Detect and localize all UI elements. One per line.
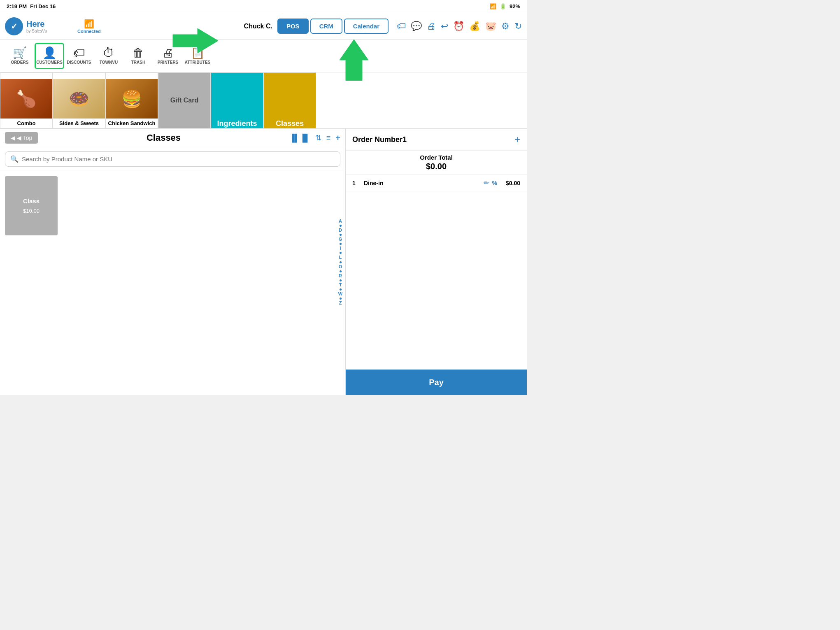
item-qty: 1	[352, 180, 361, 186]
product-class[interactable]: Class $10.00	[5, 176, 58, 235]
townvu-icon: ⏱	[103, 47, 114, 59]
search-input[interactable]	[22, 156, 335, 163]
top-toolbar: 🛒 ORDERS 👤 CUSTOMERS 🏷 DISCOUNTS ⏱ TOWNV…	[0, 40, 527, 72]
classes-header: ◀ ◀ Top Classes ▐▌▐▌ ⇅ ≡ +	[0, 129, 345, 147]
discounts-icon: 🏷	[73, 47, 85, 59]
right-panel: Order Number1 + Order Total $0.00 1 Dine…	[346, 129, 527, 395]
alpha-D[interactable]: D	[339, 228, 342, 233]
alpha-dot-5	[340, 261, 342, 263]
sort-icon[interactable]: ⇅	[315, 133, 321, 142]
status-bar: 2:19 PM Fri Dec 16 📶 🔋 92%	[0, 0, 527, 13]
wallet-icon[interactable]: 💰	[469, 21, 480, 32]
search-icon: 🔍	[10, 155, 19, 163]
alpha-I[interactable]: I	[340, 246, 341, 251]
printer-icon[interactable]: 🖨	[427, 21, 436, 32]
category-giftcard[interactable]: Gift Card	[158, 72, 211, 128]
chat-icon[interactable]: 💬	[411, 21, 422, 32]
category-sides[interactable]: 🍩 Sides & Sweets	[53, 72, 105, 128]
category-classes[interactable]: Classes	[263, 72, 316, 128]
alpha-W[interactable]: W	[338, 291, 342, 297]
alpha-dot-7	[340, 279, 342, 281]
alpha-dot-2	[340, 234, 342, 236]
combo-label: Combo	[0, 119, 52, 128]
search-input-wrapper: 🔍	[5, 151, 340, 167]
alpha-dot-1	[340, 225, 342, 227]
time: 2:19 PM	[7, 3, 27, 9]
calendar-button[interactable]: Calendar	[344, 19, 389, 34]
alpha-T[interactable]: T	[339, 282, 342, 288]
toolbar-icon-group: 🛒 ORDERS 👤 CUSTOMERS 🏷 DISCOUNTS ⏱ TOWNV…	[5, 43, 212, 69]
alpha-dot-9	[340, 298, 342, 300]
toolbar-orders[interactable]: 🛒 ORDERS	[5, 44, 35, 68]
wifi-connected: 📶 Connected	[77, 19, 101, 34]
item-actions: ✏ %	[484, 179, 497, 187]
alpha-index: A D G I L O R T W Z	[335, 129, 345, 395]
giftcard-label: Gift Card	[170, 97, 198, 104]
product-price: $10.00	[23, 208, 40, 214]
chicken-image: 🍔	[106, 79, 158, 119]
toolbar-printers[interactable]: 🖨 PRINTERS	[153, 44, 183, 68]
alpha-A[interactable]: A	[339, 219, 342, 224]
category-ingredients[interactable]: Ingredients	[211, 72, 263, 128]
attributes-label: ATTRIBUTES	[185, 60, 211, 65]
toolbar-customers[interactable]: 👤 CUSTOMERS	[35, 43, 64, 69]
logo-circle: ✓	[5, 17, 23, 35]
crm-button[interactable]: CRM	[310, 19, 342, 34]
product-name: Class	[23, 198, 40, 205]
search-bar: 🔍	[0, 147, 345, 171]
tag-icon[interactable]: 🏷	[397, 21, 406, 32]
product-grid: Class $10.00	[0, 171, 345, 395]
barcode-icon[interactable]: ▐▌▐▌	[289, 134, 310, 142]
sides-label: Sides & Sweets	[53, 119, 105, 128]
category-combo[interactable]: 🍗 Combo	[0, 72, 53, 128]
toolbar-townvu[interactable]: ⏱ TOWNVU	[94, 44, 123, 68]
pay-button[interactable]: Pay	[346, 370, 527, 395]
toolbar-trash[interactable]: 🗑 TRASH	[123, 44, 153, 68]
toolbar-attributes[interactable]: 📋 ATTRIBUTES	[183, 44, 212, 68]
toolbar-discounts[interactable]: 🏷 DISCOUNTS	[64, 44, 94, 68]
category-chicken[interactable]: 🍔 Chicken Sandwich	[105, 72, 158, 128]
refresh-icon[interactable]: ↩	[441, 21, 448, 32]
alpha-G[interactable]: G	[339, 237, 342, 242]
trash-icon: 🗑	[133, 47, 144, 59]
order-items: 1 Dine-in ✏ % $0.00	[346, 175, 527, 370]
order-total-label: Order Total	[349, 154, 524, 161]
order-header: Order Number1 +	[346, 129, 527, 151]
printers-icon: 🖨	[162, 47, 174, 59]
chicken-label: Chicken Sandwich	[106, 119, 158, 128]
date: Fri Dec 16	[30, 3, 56, 9]
header-right-icons: 🏷 💬 🖨 ↩ ⏰ 💰 🐷 ⚙ ↻	[397, 21, 522, 32]
list-icon[interactable]: ≡	[326, 134, 331, 142]
main-layout: ◀ ◀ Top Classes ▐▌▐▌ ⇅ ≡ + 🔍 Class $10.0…	[0, 129, 527, 395]
classes-label: Classes	[276, 119, 304, 128]
settings-icon[interactable]: ⚙	[501, 21, 510, 32]
item-price: $0.00	[500, 180, 520, 186]
logo-text: Here by SalesVu	[26, 19, 47, 34]
alpha-dot-8	[340, 288, 342, 291]
logo-area: ✓ Here by SalesVu	[5, 17, 71, 35]
categories-row: 🍗 Combo 🍩 Sides & Sweets 🍔 Chicken Sandw…	[0, 72, 527, 129]
customers-label: CUSTOMERS	[36, 60, 63, 65]
alarm-icon[interactable]: ⏰	[453, 21, 464, 32]
alpha-R[interactable]: R	[339, 273, 342, 279]
logo-here: Here	[26, 19, 47, 29]
top-button[interactable]: ◀ ◀ Top	[5, 132, 38, 144]
item-edit-icon[interactable]: ✏	[484, 179, 489, 187]
order-number: Order Number1	[352, 135, 407, 144]
order-add-button[interactable]: +	[514, 134, 520, 145]
status-bar-right: 📶 🔋 92%	[490, 3, 520, 9]
classes-title: Classes	[41, 133, 286, 143]
connected-label: Connected	[77, 29, 101, 34]
alpha-Z[interactable]: Z	[339, 300, 342, 306]
alpha-L[interactable]: L	[339, 255, 342, 260]
piggy-icon[interactable]: 🐷	[485, 21, 496, 32]
alpha-O[interactable]: O	[339, 264, 342, 270]
trash-label: TRASH	[131, 60, 145, 65]
discounts-label: DISCOUNTS	[67, 60, 91, 65]
nav-buttons: Chuck C. POS CRM Calendar	[244, 19, 389, 34]
printers-label: PRINTERS	[158, 60, 179, 65]
item-pct-icon[interactable]: %	[492, 180, 497, 186]
sides-image: 🍩	[53, 79, 105, 119]
reload-icon[interactable]: ↻	[514, 21, 522, 32]
pos-button[interactable]: POS	[277, 19, 309, 34]
